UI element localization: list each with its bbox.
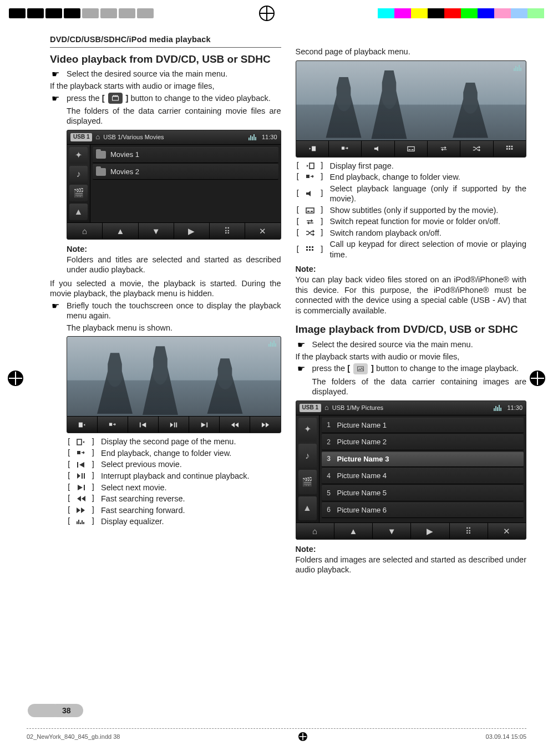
page-next-icon	[74, 437, 88, 447]
stop-return-button[interactable]	[98, 417, 128, 433]
svg-rect-23	[306, 208, 314, 213]
play-button[interactable]: ▶	[174, 223, 210, 239]
playback-shown-text: The playback menu is shown.	[67, 323, 281, 333]
registration-mark-icon	[298, 732, 307, 741]
stop-return-icon	[74, 448, 88, 458]
content: DVD/CD/USB/SDHC/iPod media playback Vide…	[0, 27, 553, 581]
list-item[interactable]: 6Picture Name 6	[322, 503, 524, 519]
footer-date: 03.09.14 15:05	[486, 733, 526, 740]
list-item[interactable]: Movies 1	[93, 147, 278, 163]
svg-rect-5	[207, 422, 208, 427]
image-playback-title: Image playback from DVD/CD, USB or SDHC	[296, 323, 527, 336]
folder-list: Movies 1 Movies 2	[90, 145, 281, 222]
right-column: Second page of playback menu.	[296, 34, 527, 575]
folder-icon	[96, 168, 106, 176]
registration-mark-icon	[259, 6, 275, 21]
close-button[interactable]: ✕	[488, 523, 526, 539]
svg-rect-11	[84, 485, 85, 490]
image-mode-icon	[353, 363, 368, 374]
ffwd-icon	[74, 505, 88, 515]
equalizer-icon	[494, 404, 501, 411]
image-tab[interactable]: ▲	[69, 204, 88, 220]
down-button[interactable]: ▼	[373, 523, 411, 539]
home-button[interactable]: ⌂	[67, 223, 103, 239]
repeat-button[interactable]	[428, 141, 460, 157]
video-toolbar-2	[296, 140, 526, 157]
keypad-icon	[303, 245, 317, 255]
list-item-selected[interactable]: 3Picture Name 3	[322, 451, 524, 468]
step-press-image-button: press the [ ] button to change to the im…	[296, 363, 527, 374]
ffwd-button[interactable]	[250, 417, 280, 433]
equalizer-icon	[248, 134, 256, 140]
svg-rect-21	[310, 163, 314, 169]
up-button[interactable]: ▲	[103, 223, 138, 239]
svg-rect-13	[342, 147, 344, 150]
svg-rect-25	[309, 246, 311, 248]
registration-mark-left-icon	[8, 371, 23, 386]
music-tab[interactable]: ♪	[69, 166, 88, 182]
video-mode-icon	[108, 93, 123, 104]
down-button[interactable]: ▼	[139, 223, 174, 239]
page-prev-button[interactable]	[296, 141, 329, 157]
clock: 11:30	[507, 404, 522, 412]
play-pause-icon	[74, 471, 88, 481]
step-select-source-image: Select the desired source via the main m…	[296, 339, 527, 350]
clock: 11:30	[262, 133, 277, 141]
play-button[interactable]: ▶	[411, 523, 449, 539]
shuffle-button[interactable]	[460, 141, 493, 157]
note-heading-images: Note:	[296, 544, 527, 555]
stop-return-icon	[303, 172, 317, 182]
pointer-icon	[296, 363, 307, 374]
music-tab[interactable]: ♪	[298, 444, 317, 468]
svg-rect-0	[79, 422, 83, 427]
line-playback-starts-image: If the playback starts with audio or mov…	[296, 352, 527, 362]
list-item[interactable]: 2Picture Name 2	[322, 434, 524, 450]
left-column: DVD/CD/USB/SDHC/iPod media playback Vide…	[50, 34, 281, 575]
next-track-button[interactable]	[189, 417, 220, 433]
source-badge: USB 1	[70, 133, 92, 141]
keypad-button[interactable]	[494, 141, 526, 157]
step-press-video-button: press the [ ] button to change to the vi…	[50, 93, 281, 104]
note-body-images: Folders and images are selected and star…	[296, 555, 527, 575]
stop-return-button[interactable]	[329, 141, 362, 157]
close-button[interactable]: ✕	[245, 223, 280, 239]
list-item[interactable]: 5Picture Name 5	[322, 485, 524, 501]
side-tabs: ✦ ♪ 🎬 ▲	[296, 415, 319, 523]
up-button[interactable]: ▲	[334, 523, 373, 539]
page-next-button[interactable]	[67, 417, 98, 433]
prev-track-button[interactable]	[128, 417, 159, 433]
svg-rect-27	[306, 249, 308, 251]
keypad-button[interactable]: ⠿	[210, 223, 245, 239]
svg-rect-9	[82, 473, 83, 479]
rewind-button[interactable]	[220, 417, 250, 433]
equalizer-icon	[74, 516, 88, 526]
settings-tab[interactable]: ✦	[298, 418, 317, 442]
footer: 02_NewYork_840_845_gb.indd 38 03.09.14 1…	[27, 728, 526, 740]
step-select-source: Select the desired source via the main m…	[50, 69, 281, 79]
video-toolbar-1	[67, 416, 281, 433]
home-button[interactable]: ⌂	[296, 523, 334, 539]
picture-list: 1Picture Name 1 2Picture Name 2 3Picture…	[319, 415, 526, 523]
ui-top-bar: USB 1 ⌂ USB 1/My Pictures 11:30	[296, 401, 526, 415]
video-playback-title: Video playback from DVD/CD, USB or SDHC	[50, 53, 281, 65]
settings-tab[interactable]: ✦	[69, 147, 88, 164]
list-item[interactable]: Movies 2	[93, 164, 278, 180]
pointer-icon	[296, 339, 307, 350]
subtitle-button[interactable]	[395, 141, 428, 157]
folder-icon	[96, 151, 106, 159]
audio-lang-button[interactable]	[362, 141, 394, 157]
svg-rect-3	[174, 422, 175, 427]
play-pause-button[interactable]	[159, 417, 189, 433]
list-item[interactable]: 4Picture Name 4	[322, 468, 524, 484]
keypad-button[interactable]: ⠿	[450, 523, 488, 539]
video-tab[interactable]: 🎬	[69, 185, 88, 201]
image-tab[interactable]: ▲	[298, 496, 317, 520]
video-tab[interactable]: 🎬	[298, 470, 317, 494]
svg-rect-28	[309, 249, 311, 251]
note-heading-ipod: Note:	[296, 264, 527, 275]
after-button-text: The folders of the data carrier containi…	[67, 106, 281, 126]
list-item[interactable]: 1Picture Name 1	[322, 418, 524, 434]
after-note-text: If you selected a movie, the playback is…	[50, 278, 281, 299]
audio-lang-icon	[303, 189, 317, 199]
ui-video-playback-screenshot-1	[67, 336, 281, 433]
